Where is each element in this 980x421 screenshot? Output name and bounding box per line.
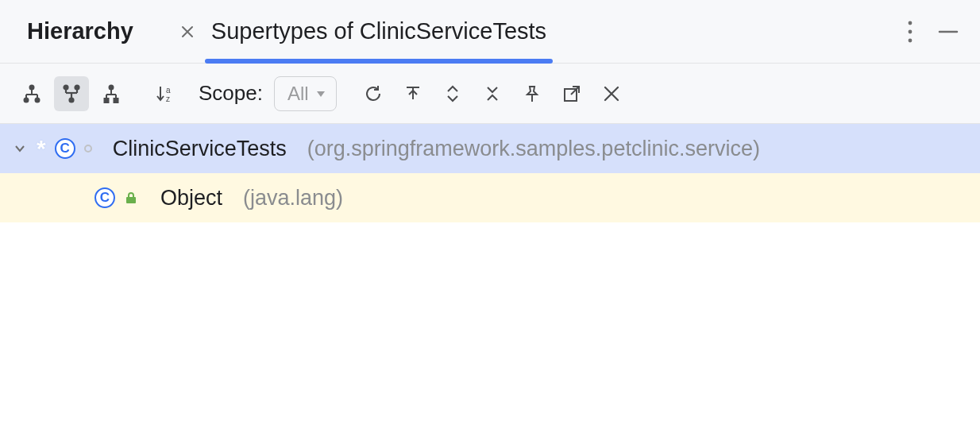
class-icon: C xyxy=(94,187,116,209)
svg-marker-28 xyxy=(317,91,325,97)
collapse-all-button[interactable] xyxy=(475,76,510,111)
svg-line-33 xyxy=(571,87,579,95)
expand-all-button[interactable] xyxy=(435,76,470,111)
refresh-button[interactable] xyxy=(356,76,391,111)
tree-row[interactable]: C Object (java.lang) xyxy=(0,173,980,222)
public-locked-icon xyxy=(124,191,138,205)
class-package: (org.springframework.samples.petclinic.s… xyxy=(307,137,760,161)
scope-label: Scope: xyxy=(199,81,263,106)
close-tab-button[interactable] xyxy=(178,22,197,41)
active-tab-label: Supertypes of ClinicServiceTests xyxy=(211,18,546,44)
supertypes-hierarchy-button[interactable] xyxy=(54,76,89,111)
svg-point-2 xyxy=(909,38,912,42)
pin-button[interactable] xyxy=(515,76,550,111)
svg-point-18 xyxy=(110,85,114,89)
svg-point-11 xyxy=(64,85,68,89)
scope-value: All xyxy=(287,83,309,105)
autoscroll-to-source-button[interactable] xyxy=(395,76,430,111)
hierarchy-tree[interactable]: * C ClinicServiceTests (org.springframew… xyxy=(0,124,980,421)
class-package: (java.lang) xyxy=(243,186,343,210)
tree-row[interactable]: * C ClinicServiceTests (org.springframew… xyxy=(0,124,980,173)
svg-point-9 xyxy=(25,98,29,102)
svg-point-0 xyxy=(909,21,912,25)
svg-text:a: a xyxy=(166,86,171,95)
svg-rect-34 xyxy=(126,197,136,203)
close-button[interactable] xyxy=(594,76,629,111)
svg-point-1 xyxy=(909,29,912,33)
svg-point-12 xyxy=(75,85,79,89)
sort-alphabetically-button[interactable]: a z xyxy=(148,76,183,111)
more-options-button[interactable] xyxy=(907,20,913,44)
svg-rect-24 xyxy=(114,98,118,102)
class-name: Object xyxy=(160,186,222,210)
svg-point-10 xyxy=(36,98,40,102)
toolbar: a z Scope: All xyxy=(0,64,980,124)
expand-toggle[interactable] xyxy=(11,140,29,157)
tab-underline xyxy=(205,59,553,64)
svg-rect-23 xyxy=(105,98,109,102)
titlebar: Hierarchy Supertypes of ClinicServiceTes… xyxy=(0,0,980,64)
changed-marker: * xyxy=(37,135,46,162)
export-button[interactable] xyxy=(554,76,589,111)
package-private-icon xyxy=(84,145,92,153)
svg-point-4 xyxy=(30,85,34,89)
active-tab[interactable]: Supertypes of ClinicServiceTests xyxy=(211,1,546,62)
class-icon: C xyxy=(54,137,76,160)
scope-dropdown[interactable]: All xyxy=(274,76,337,111)
minimize-button[interactable] xyxy=(937,21,959,43)
class-name: ClinicServiceTests xyxy=(113,137,287,161)
panel-title: Hierarchy xyxy=(27,18,133,44)
svg-point-17 xyxy=(70,98,74,102)
subtypes-hierarchy-button[interactable] xyxy=(94,76,129,111)
svg-text:z: z xyxy=(166,95,170,103)
class-hierarchy-button[interactable] xyxy=(14,76,49,111)
